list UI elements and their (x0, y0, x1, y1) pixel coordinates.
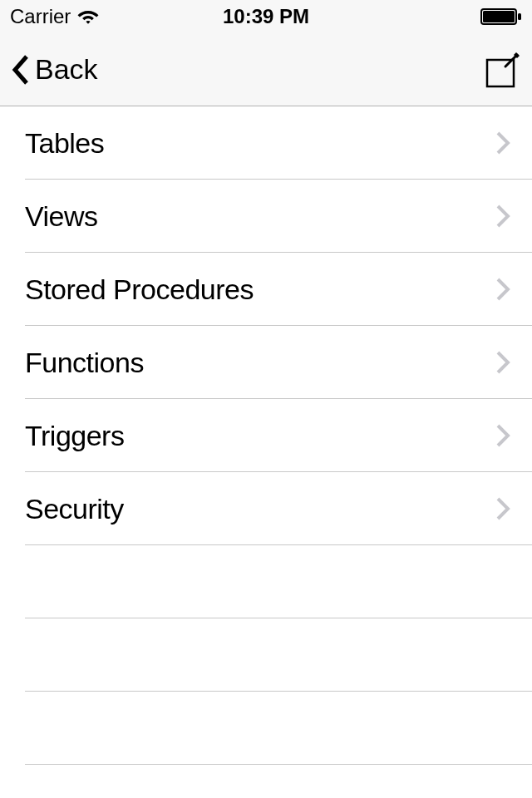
list-item-label: Security (25, 493, 124, 525)
chevron-right-icon (495, 423, 510, 448)
list-item-label: Views (25, 200, 98, 233)
list-item-security[interactable]: Security (0, 472, 532, 545)
chevron-right-icon (495, 496, 510, 521)
compose-icon (482, 50, 522, 90)
list-item-stored-procedures[interactable]: Stored Procedures (0, 253, 532, 326)
status-bar: Carrier 10:39 PM (0, 0, 532, 33)
compose-button[interactable] (482, 50, 522, 90)
list-item-label: Functions (25, 347, 144, 379)
back-label: Back (35, 53, 98, 86)
list-item-functions[interactable]: Functions (0, 326, 532, 399)
svg-rect-1 (483, 11, 515, 22)
chevron-right-icon (495, 204, 510, 229)
chevron-right-icon (495, 277, 510, 302)
empty-row (0, 545, 532, 618)
list-item-label: Tables (25, 127, 104, 160)
navigation-bar: Back (0, 33, 532, 106)
chevron-right-icon (495, 350, 510, 375)
svg-rect-2 (518, 13, 521, 20)
list-item-label: Stored Procedures (25, 273, 254, 306)
chevron-right-icon (495, 131, 510, 155)
list-item-tables[interactable]: Tables (0, 106, 532, 180)
list-item-views[interactable]: Views (0, 180, 532, 253)
empty-row (0, 618, 532, 692)
chevron-left-icon (10, 53, 30, 86)
empty-row (0, 692, 532, 765)
list-item-triggers[interactable]: Triggers (0, 399, 532, 472)
status-left: Carrier (10, 5, 99, 28)
back-button[interactable]: Back (10, 53, 98, 86)
battery-icon (480, 7, 522, 26)
status-right (480, 7, 522, 26)
carrier-label: Carrier (10, 5, 71, 28)
list-item-label: Triggers (25, 420, 124, 452)
wifi-icon (77, 8, 99, 25)
menu-list: Tables Views Stored Procedures Functions… (0, 106, 532, 765)
